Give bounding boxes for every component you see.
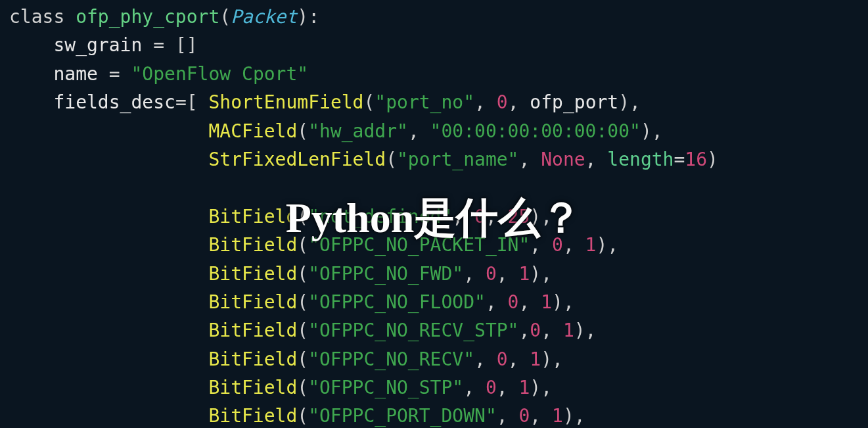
func-shortenum: ShortEnumField	[208, 91, 363, 113]
base-class: Packet	[231, 6, 297, 28]
var-swgrain: sw_grain	[53, 34, 142, 56]
func-macfield: MACField	[208, 120, 297, 142]
keyword-class: class	[9, 6, 64, 28]
func-bitfield: BitField	[208, 206, 297, 227]
class-name: ofp_phy_cport	[76, 6, 219, 28]
code-block: class ofp_phy_cport(Packet): sw_grain = …	[0, 0, 868, 428]
func-strfixed: StrFixedLenField	[208, 149, 386, 170]
var-fields: fields_desc	[53, 91, 175, 113]
var-name: name	[53, 63, 97, 85]
str-name: "OpenFlow Cport"	[131, 63, 308, 85]
